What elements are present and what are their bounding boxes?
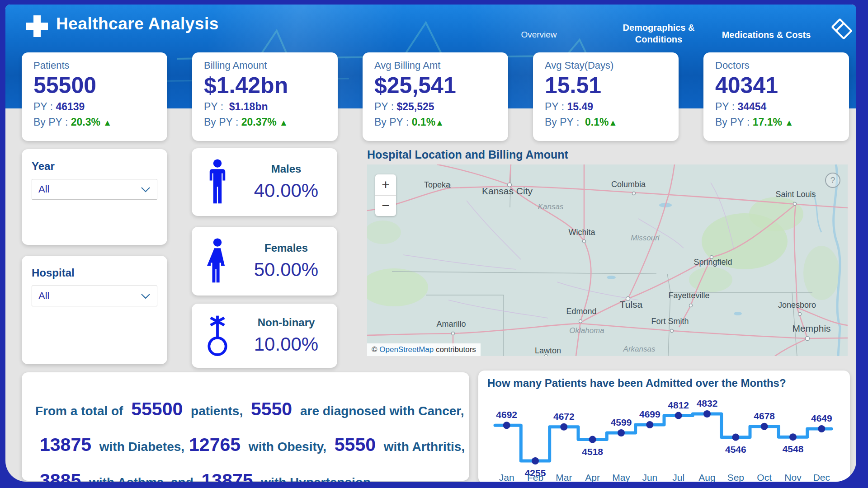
map-state-label: Kansas: [538, 202, 564, 211]
gender-card-nonbinary: Non-binary 10.00%: [192, 304, 337, 368]
map-zoom-out-button[interactable]: −: [375, 196, 396, 216]
chart-data-point: [560, 423, 567, 431]
trend-up-icon: ▲: [785, 118, 793, 127]
kpi-value: 40341: [715, 73, 837, 98]
map-title: Hospital Location and Billing Amount: [367, 148, 568, 161]
chart-data-label: 4812: [668, 400, 689, 410]
filter-label: Year: [32, 160, 157, 173]
kpi-bypy-row: By PY : 20.37% ▲: [204, 116, 326, 128]
tab-demographics-conditions[interactable]: Demographics & Conditions: [611, 22, 706, 45]
trend-up-icon: ▲: [609, 118, 618, 127]
narrative-line: From a total of 55500 patients, 5550 are…: [30, 393, 458, 429]
year-dropdown-value: All: [38, 183, 49, 195]
map-zoom-in-button[interactable]: +: [375, 174, 396, 196]
hospital-dropdown-value: All: [38, 290, 49, 302]
chart-month-label: Aug: [698, 472, 715, 482]
kpi-py-row: PY : $25,525: [374, 101, 496, 113]
map-city-label: Saint Louis: [775, 190, 816, 199]
chart-data-point: [618, 429, 625, 436]
chart-data-point: [646, 421, 653, 428]
chevron-down-icon: [141, 293, 151, 299]
chart-data-label: 4599: [611, 417, 632, 427]
kpi-value: $1.42bn: [204, 73, 326, 98]
kpi-py-row: PY : $1.18bn: [204, 101, 326, 113]
female-icon: [200, 238, 235, 285]
kpi-card-patients: Patients 55500 PY : 46139 By PY : 20.3% …: [22, 52, 167, 141]
chart-month-label: Jan: [499, 472, 514, 482]
chart-data-point: [675, 412, 682, 419]
dashboard-frame: Healthcare Analysis Overview Demographic…: [0, 0, 868, 488]
map-city-label: Lawton: [535, 346, 561, 355]
tab-medications-costs[interactable]: Medications & Costs: [719, 30, 814, 40]
chart-month-label: Jun: [642, 472, 657, 482]
map-city-label: Memphis: [792, 323, 830, 333]
kpi-title: Avg Stay(Days): [545, 60, 667, 71]
chart-month-label: Feb: [527, 472, 543, 482]
openstreetmap-link[interactable]: OpenStreetMap: [379, 345, 434, 354]
chart-month-label: May: [612, 472, 630, 482]
dashboard-page: Healthcare Analysis Overview Demographic…: [5, 5, 856, 482]
kpi-title: Patients: [33, 60, 156, 71]
map-state-label: Arkansas: [623, 345, 656, 353]
gender-label: Non-binary: [243, 316, 329, 329]
kpi-card-doctors: Doctors 40341 PY : 34454 By PY : 17.1% ▲: [703, 52, 849, 141]
chart-data-point: [789, 433, 797, 441]
chart-month-label: Mar: [556, 472, 572, 482]
narrative-line: 13875 with Diabetes,12765 with Obesity, …: [30, 429, 458, 465]
hospital-dropdown[interactable]: All: [32, 286, 157, 306]
map-attribution: © OpenStreetMap contributors: [367, 343, 481, 356]
kpi-value: 55500: [33, 73, 156, 98]
map-canvas[interactable]: TopekaKansas CityColumbiaSaint LouisWich…: [367, 164, 848, 356]
chart-data-label: 4649: [811, 413, 832, 423]
kpi-title: Avg Billing Amt: [374, 60, 496, 71]
map-help-button[interactable]: ?: [825, 173, 840, 188]
kpi-py-row: PY : 15.49: [545, 101, 667, 113]
kpi-card-billing-amount: Billing Amount $1.42bn PY : $1.18bn By P…: [192, 52, 338, 141]
chart-data-label: 4546: [725, 444, 746, 455]
openstreetmap-basemap: TopekaKansas CityColumbiaSaint LouisWich…: [367, 164, 848, 356]
map-city-label: Springfield: [693, 258, 732, 267]
kpi-bypy-row: By PY : 0.1%▲: [374, 116, 496, 128]
chart-data-point: [532, 457, 539, 465]
map-city-label: Edmond: [566, 307, 596, 316]
trend-up-icon: ▲: [435, 118, 444, 127]
admissions-chart-card: How many Patients have been Admitted ove…: [478, 371, 850, 482]
male-icon: [200, 159, 235, 206]
monthly-admissions-step-chart: 4692Jan4255Feb4672Mar4518Apr4599May4699J…: [486, 392, 843, 482]
chart-data-label: 4672: [553, 411, 575, 422]
map-city-label: Fort Smith: [651, 317, 689, 326]
filter-card-hospital: Hospital All: [22, 256, 167, 364]
chart-data-label: 4548: [783, 444, 804, 454]
chart-month-label: Apr: [585, 472, 600, 482]
kpi-value: 15.51: [545, 73, 667, 98]
healthcare-cross-icon: [24, 13, 51, 40]
map-city-label: Columbia: [611, 180, 646, 189]
kpi-card-avg-stay: Avg Stay(Days) 15.51 PY : 15.49 By PY : …: [533, 52, 679, 141]
kpi-bypy-row: By PY : 20.3% ▲: [33, 116, 156, 128]
chart-data-point: [818, 425, 825, 432]
clear-filters-icon[interactable]: [829, 16, 854, 42]
tab-overview[interactable]: Overview: [512, 30, 566, 40]
kpi-card-avg-billing: Avg Billing Amt $25,541 PY : $25,525 By …: [363, 52, 508, 141]
chart-data-point: [761, 423, 768, 430]
chart-month-label: Jul: [672, 472, 684, 482]
gender-percent: 10.00%: [243, 333, 329, 355]
chart-data-label: 4699: [639, 409, 660, 419]
chart-month-label: Sep: [727, 472, 744, 482]
kpi-bypy-row: By PY : 17.1% ▲: [715, 116, 837, 128]
chart-title: How many Patients have been Admitted ove…: [487, 377, 843, 389]
gender-label: Males: [243, 163, 329, 175]
year-dropdown[interactable]: All: [32, 179, 157, 200]
chart-month-label: Nov: [784, 472, 802, 482]
chart-data-label: 4518: [582, 446, 603, 457]
chart-data-label: 4692: [496, 409, 517, 420]
chart-month-label: Dec: [813, 472, 830, 482]
gender-card-males: Males 40.00%: [192, 148, 337, 216]
chart-data-point: [732, 434, 739, 441]
chart-data-point: [703, 410, 711, 418]
narrative-line: 3885 with Asthma, and 13875 with Hyperte…: [30, 465, 458, 482]
chevron-down-icon: [141, 187, 151, 192]
chart-data-point: [589, 436, 596, 443]
gender-card-females: Females 50.00%: [192, 227, 337, 296]
map-city-label: Kansas City: [482, 186, 533, 196]
